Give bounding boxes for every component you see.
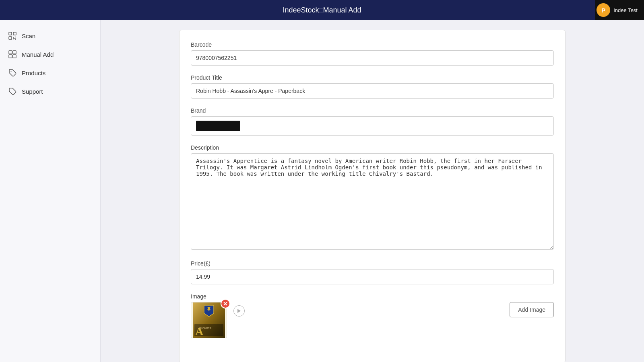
avatar: P	[597, 3, 610, 17]
image-label: Image	[191, 293, 554, 300]
sidebar-label-manual-add: Manual Add	[22, 51, 54, 58]
svg-rect-0	[9, 32, 12, 35]
svg-rect-2	[9, 37, 12, 39]
support-icon	[8, 87, 17, 96]
play-icon	[237, 309, 241, 313]
book-cover-svg: A ASSASSIN'S	[193, 302, 225, 338]
price-label: Price(£)	[191, 260, 554, 267]
image-controls	[233, 302, 245, 317]
manual-add-form: Barcode Product Title Brand Description …	[179, 30, 566, 362]
remove-image-button[interactable]	[221, 299, 230, 309]
svg-rect-8	[13, 51, 16, 54]
sidebar: Scan Manual Add Products	[0, 20, 101, 362]
product-title-label: Product Title	[191, 74, 554, 81]
description-label: Description	[191, 144, 554, 151]
tag-icon	[8, 68, 17, 77]
scan-icon	[8, 31, 17, 40]
svg-rect-1	[13, 32, 16, 35]
price-group: Price(£)	[191, 260, 554, 284]
product-title-group: Product Title	[191, 74, 554, 99]
play-button[interactable]	[233, 305, 245, 317]
svg-rect-9	[9, 55, 12, 58]
price-input[interactable]	[191, 269, 554, 284]
sidebar-label-support: Support	[22, 88, 43, 95]
main-content: Barcode Product Title Brand Description …	[101, 20, 644, 362]
svg-text:ASSASSIN'S: ASSASSIN'S	[198, 327, 212, 329]
brand-value-box	[196, 121, 240, 131]
product-title-input[interactable]	[191, 83, 554, 99]
sidebar-item-scan[interactable]: Scan	[0, 27, 100, 45]
sidebar-label-scan: Scan	[22, 33, 35, 39]
barcode-group: Barcode	[191, 41, 554, 66]
user-menu[interactable]: P Indee Test	[595, 0, 644, 20]
header-title: IndeeStock::Manual Add	[283, 6, 361, 14]
sidebar-item-manual-add[interactable]: Manual Add	[0, 45, 100, 64]
grid-icon	[8, 50, 17, 59]
barcode-label: Barcode	[191, 41, 554, 48]
image-preview: A ASSASSIN'S	[191, 302, 227, 338]
barcode-input[interactable]	[191, 50, 554, 66]
app-layout: Scan Manual Add Products	[0, 20, 644, 362]
username: Indee Test	[613, 7, 638, 13]
sidebar-item-support[interactable]: Support	[0, 82, 100, 101]
brand-group: Brand	[191, 107, 554, 136]
svg-point-11	[11, 71, 12, 72]
description-textarea[interactable]: Assassin's Apprentice is a fantasy novel…	[191, 153, 554, 250]
app-header: IndeeStock::Manual Add P Indee Test	[0, 0, 644, 20]
svg-rect-10	[13, 55, 16, 58]
description-group: Description Assassin's Apprentice is a f…	[191, 144, 554, 251]
close-icon	[223, 302, 227, 306]
image-preview-wrapper: A ASSASSIN'S	[191, 302, 227, 338]
sidebar-item-products[interactable]: Products	[0, 64, 100, 82]
image-group: Image	[191, 293, 554, 342]
svg-marker-19	[237, 309, 241, 313]
brand-label: Brand	[191, 107, 554, 114]
brand-input[interactable]	[191, 116, 554, 136]
svg-rect-7	[9, 51, 12, 54]
add-image-button[interactable]: Add Image	[510, 302, 554, 317]
image-section: A ASSASSIN'S	[191, 302, 554, 338]
sidebar-label-products: Products	[22, 70, 45, 76]
